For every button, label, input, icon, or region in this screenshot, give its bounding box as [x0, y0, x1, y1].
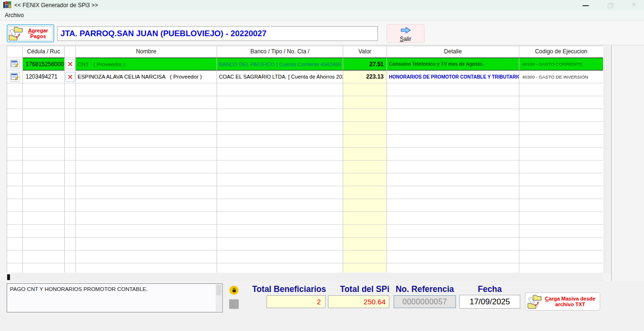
empty-cell	[23, 83, 65, 96]
empty-cell	[7, 160, 23, 173]
empty-cell	[76, 96, 217, 109]
observaciones-scrollbar[interactable]	[216, 284, 222, 311]
empty-cell	[65, 135, 76, 148]
empty-cell	[519, 148, 603, 160]
empty-cell	[217, 148, 343, 160]
header-cedula: Cédula / Ruc	[23, 46, 65, 58]
empty-cell	[23, 238, 65, 251]
empty-cell	[65, 83, 76, 96]
grid-horizontal-scrollbar[interactable]	[7, 273, 603, 281]
payment-row[interactable]: 1203494271ESPINOZA ALAVA CELIA NARCISA (…	[7, 70, 603, 83]
delete-row-button[interactable]	[65, 59, 75, 69]
observaciones-text: PAGO CNT Y HONORARIOS PROMOTOR CONTABLE.	[10, 286, 210, 292]
fecha-input[interactable]: 17/09/2025	[459, 295, 520, 309]
empty-cell	[65, 109, 76, 122]
cell-codigo: 40100 - GASTO CORRIENTE	[519, 58, 603, 70]
empty-row	[7, 238, 603, 251]
empty-cell	[23, 173, 65, 186]
empty-cell	[519, 186, 603, 199]
empty-cell	[7, 96, 23, 109]
observaciones-textarea[interactable]: PAGO CNT Y HONORARIOS PROMOTOR CONTABLE.	[7, 283, 223, 312]
empty-cell	[23, 96, 65, 109]
empty-cell	[76, 122, 217, 135]
total-beneficiarios-label: Total Beneficiarios	[245, 284, 326, 294]
empty-cell	[519, 135, 603, 148]
delete-row-button[interactable]	[65, 72, 75, 82]
empty-cell	[343, 83, 387, 96]
empty-cell	[217, 199, 343, 212]
empty-cell	[519, 212, 603, 225]
spi-title-input[interactable]	[57, 26, 378, 41]
empty-cell	[65, 199, 76, 212]
carga-masiva-button[interactable]: Carga Masiva desde archivo TXT	[525, 292, 600, 311]
edit-row-button[interactable]	[10, 72, 20, 82]
empty-cell	[519, 160, 603, 173]
empty-cell	[23, 160, 65, 173]
salir-label: Salir	[387, 36, 424, 42]
delete-row-button-cell	[65, 58, 76, 70]
empty-cell	[76, 263, 217, 272]
empty-cell	[217, 263, 343, 272]
salir-button[interactable]: Salir	[386, 24, 425, 43]
empty-cell	[76, 173, 217, 186]
edit-row-button-cell	[7, 58, 23, 70]
agregar-pagos-button[interactable]: Agregar Pagos	[7, 24, 54, 42]
cell-codigo: 40300 - GASTO DE INVERSIÓN	[519, 70, 603, 83]
grid-header: Cédula / Ruc Nombre Banco / Tipo / No. C…	[7, 46, 603, 58]
empty-cell	[217, 109, 343, 122]
scrollbar-thumb[interactable]	[7, 274, 10, 280]
grid-vertical-scrollbar[interactable]	[604, 46, 611, 273]
lock-button[interactable]	[229, 286, 238, 295]
titlebar: << FENIX Generador de SPi3 >> ×	[0, 0, 644, 10]
empty-cell	[343, 225, 387, 238]
empty-cell	[23, 212, 65, 225]
color-swatch-button[interactable]	[229, 299, 239, 309]
payment-row[interactable]: 1768152560001CNT ( Proveedor )BANCO DEL …	[7, 58, 603, 70]
empty-cell	[217, 173, 343, 186]
empty-cell	[76, 225, 217, 238]
empty-cell	[343, 173, 387, 186]
empty-cell	[7, 122, 23, 135]
add-payments-folders-icon	[8, 26, 23, 41]
header-edit	[7, 46, 23, 58]
empty-cell	[23, 186, 65, 199]
empty-cell	[65, 263, 76, 272]
empty-cell	[343, 96, 387, 109]
grid-body: 1768152560001CNT ( Proveedor )BANCO DEL …	[7, 58, 603, 272]
empty-cell	[65, 96, 76, 109]
empty-cell	[217, 186, 343, 199]
empty-cell	[387, 212, 519, 225]
empty-cell	[23, 251, 65, 263]
empty-cell	[519, 96, 603, 109]
cell-detalle: HONORARIOS DE PROMOTOR CONTABLE Y TRIBUT…	[387, 70, 519, 83]
cell-valor: 27.51	[343, 58, 387, 70]
minimize-button[interactable]	[576, 0, 595, 10]
empty-cell	[7, 225, 23, 238]
restore-button[interactable]	[601, 0, 620, 10]
referencia-label: No. Referencia	[393, 284, 456, 294]
empty-cell	[217, 122, 343, 135]
window-title: << FENIX Generador de SPi3 >>	[14, 2, 98, 9]
empty-row	[7, 263, 603, 272]
frame-divider	[611, 46, 612, 281]
close-button[interactable]: ×	[624, 0, 644, 10]
empty-cell	[76, 148, 217, 160]
total-spi-label: Total del SPi	[327, 284, 389, 294]
observaciones-scroll-thumb[interactable]	[216, 285, 221, 295]
cell-detalle: Consumo Telefonico y TV mes de Agosto.	[387, 58, 519, 70]
empty-row	[7, 109, 603, 122]
empty-row	[7, 173, 603, 186]
empty-cell	[76, 199, 217, 212]
empty-cell	[65, 148, 76, 160]
empty-cell	[7, 186, 23, 199]
empty-cell	[343, 122, 387, 135]
empty-row	[7, 212, 603, 225]
empty-cell	[7, 148, 23, 160]
empty-row	[7, 96, 603, 109]
menu-archivo[interactable]: Archivo	[5, 12, 24, 19]
empty-cell	[343, 199, 387, 212]
total-beneficiarios-value: 2	[267, 295, 326, 308]
fecha-label: Fecha	[459, 284, 520, 294]
edit-row-button[interactable]	[10, 59, 20, 69]
empty-cell	[217, 83, 343, 96]
